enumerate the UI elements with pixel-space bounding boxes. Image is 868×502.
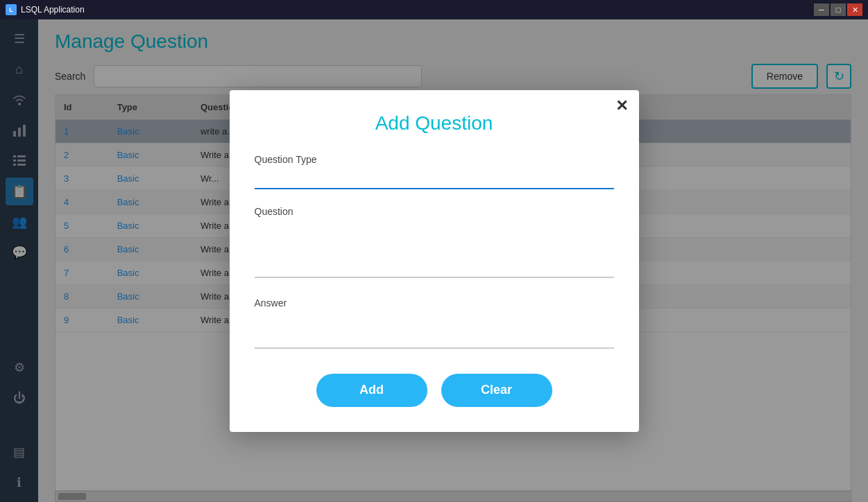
maximize-button[interactable]: □: [831, 3, 846, 16]
clear-button[interactable]: Clear: [441, 374, 552, 407]
app-icon: L: [6, 4, 17, 15]
answer-textarea[interactable]: [255, 314, 614, 349]
answer-field: Answer: [255, 297, 614, 352]
minimize-button[interactable]: ─: [814, 3, 829, 16]
add-button[interactable]: Add: [316, 374, 427, 407]
answer-label: Answer: [255, 297, 614, 309]
title-bar: L LSQL Application ─ □ ✕: [0, 0, 868, 19]
add-question-dialog: ✕ Add Question Question Type Question An…: [230, 90, 639, 432]
dialog-close-button[interactable]: ✕: [615, 98, 628, 114]
question-type-label: Question Type: [255, 154, 614, 165]
question-textarea[interactable]: [255, 223, 614, 278]
modal-overlay: ✕ Add Question Question Type Question An…: [0, 19, 868, 502]
question-type-input[interactable]: [255, 171, 614, 189]
question-field: Question: [255, 206, 614, 281]
window-title: LSQL Application: [21, 5, 810, 15]
window-close-button[interactable]: ✕: [847, 3, 862, 16]
question-label: Question: [255, 206, 614, 217]
dialog-title: Add Question: [255, 112, 614, 135]
question-type-field: Question Type: [255, 154, 614, 189]
dialog-actions: Add Clear: [255, 374, 614, 407]
window-controls: ─ □ ✕: [814, 3, 862, 16]
